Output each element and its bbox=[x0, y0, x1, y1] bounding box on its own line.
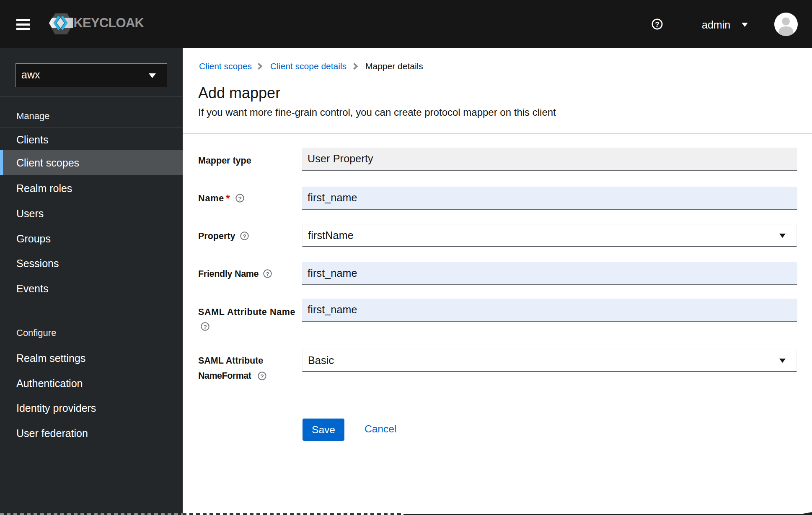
svg-text:?: ? bbox=[238, 195, 241, 201]
svg-text:?: ? bbox=[243, 233, 246, 239]
svg-text:?: ? bbox=[203, 324, 207, 330]
svg-text:?: ? bbox=[266, 271, 269, 277]
svg-text:?: ? bbox=[655, 21, 659, 29]
svg-text:KEYCLOAK: KEYCLOAK bbox=[74, 16, 145, 30]
svg-text:?: ? bbox=[260, 373, 264, 379]
